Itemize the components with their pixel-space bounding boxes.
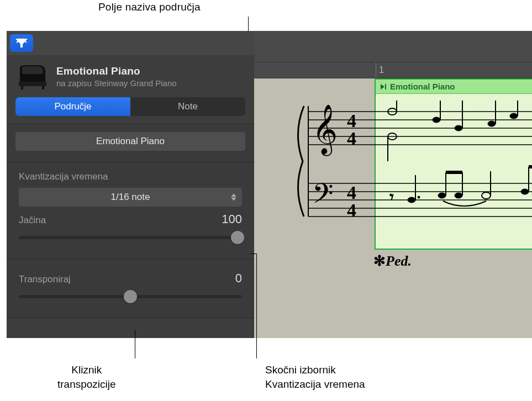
velocity-label: Jačina <box>19 215 46 226</box>
region-header[interactable]: Emotional Piano <box>376 80 532 94</box>
svg-point-31 <box>488 121 496 126</box>
instrument-thumbnail <box>17 63 49 89</box>
transpose-section: Transponiraj 0 <box>7 259 254 318</box>
svg-point-28 <box>455 125 462 131</box>
svg-point-38 <box>418 196 420 198</box>
tab-region[interactable]: Područje <box>15 97 130 116</box>
callout-line <box>251 254 256 254</box>
velocity-row: Jačina 100 <box>19 212 242 226</box>
slider-track <box>19 236 242 239</box>
slider-thumb[interactable] <box>124 290 137 303</box>
score-editor[interactable]: 1 Emotional Piano <box>254 31 532 338</box>
time-ruler[interactable]: 1 <box>254 62 532 78</box>
transpose-label: Transponiraj <box>19 274 71 285</box>
app-frame: Emotional Piano na zapisu Steinway Grand… <box>7 31 532 338</box>
svg-rect-3 <box>385 84 386 89</box>
time-quantize-value: 1/16 note <box>111 192 150 203</box>
callout-line <box>135 330 135 358</box>
svg-rect-2 <box>42 86 44 89</box>
name-field-section: Emotional Piano <box>7 124 254 162</box>
velocity-value: 100 <box>222 212 242 226</box>
svg-point-45 <box>482 192 491 199</box>
inspector-panel: Emotional Piano na zapisu Steinway Grand… <box>7 31 254 338</box>
quantize-label: Kvantizacija vremena <box>19 171 242 182</box>
callout-quantize-popup: Skočni izbornik Kvantizacija vremena <box>265 363 365 391</box>
svg-point-42 <box>455 193 462 198</box>
svg-text:𝄾: 𝄾 <box>389 194 394 200</box>
svg-point-33 <box>510 113 518 119</box>
svg-rect-1 <box>21 86 23 89</box>
slider-thumb[interactable] <box>231 231 244 244</box>
callout-transpose-slider: Kliznik transpozicije <box>57 363 116 391</box>
header-text: Emotional Piano na zapisu Steinway Grand… <box>56 65 177 88</box>
svg-rect-0 <box>19 82 46 86</box>
score-toolbar-area <box>254 31 532 62</box>
tab-notes[interactable]: Note <box>130 97 245 116</box>
grand-staff: 𝄞 𝄢 4 4 4 4 <box>282 101 532 266</box>
time-quantize-popup[interactable]: 1/16 note <box>19 188 242 207</box>
region-header-block: Emotional Piano na zapisu Steinway Grand… <box>7 55 254 95</box>
quantize-section: Kvantizacija vremena 1/16 note Jačina 10… <box>7 162 254 259</box>
ruler-marker-1: 1 <box>379 65 384 75</box>
inspector-top-bar <box>7 31 254 55</box>
svg-text:4: 4 <box>347 200 356 220</box>
score-paper: Emotional Piano <box>271 78 532 338</box>
region-title: Emotional Piano <box>56 65 177 77</box>
svg-point-40 <box>438 193 446 198</box>
inspector-tab-switcher: Područje Note <box>15 97 245 116</box>
transpose-row: Transponiraj 0 <box>19 271 242 286</box>
transpose-slider[interactable] <box>19 289 242 304</box>
catch-playhead-icon <box>14 38 29 49</box>
catch-playhead-button[interactable] <box>10 34 33 52</box>
svg-point-47 <box>521 189 529 194</box>
svg-text:4: 4 <box>347 128 356 149</box>
transpose-value: 0 <box>235 271 242 286</box>
region-name-label: Emotional Piano <box>390 82 455 91</box>
region-name-field[interactable]: Emotional Piano <box>15 132 245 151</box>
velocity-slider[interactable] <box>19 230 242 245</box>
ruler-tick <box>376 62 376 78</box>
svg-point-37 <box>408 197 415 203</box>
svg-text:𝄢: 𝄢 <box>312 179 334 215</box>
callout-line <box>256 254 257 358</box>
region-loop-icon <box>380 83 387 90</box>
dropdown-arrows-icon <box>231 194 236 201</box>
pedal-marking: ✻Ped. <box>373 252 412 270</box>
svg-point-26 <box>433 117 440 123</box>
callout-region-name-field: Polje naziva područja <box>98 1 201 13</box>
region-subtitle: na zapisu Steinway Grand Piano <box>56 78 177 88</box>
svg-text:𝄞: 𝄞 <box>312 104 338 156</box>
